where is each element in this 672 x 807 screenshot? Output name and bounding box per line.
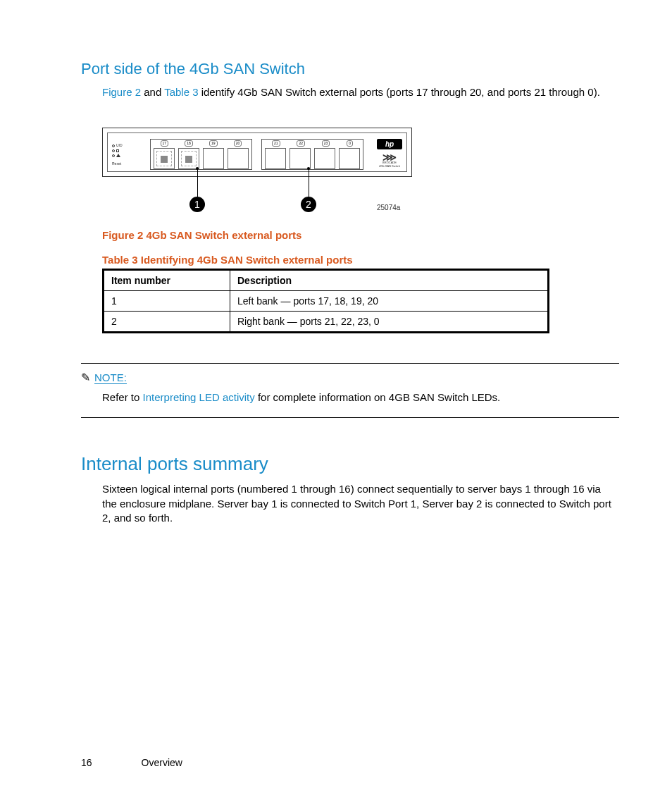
table-3-link[interactable]: Table 3 [164,86,198,98]
port-slot [314,148,335,169]
figure-2-link[interactable]: Figure 2 [102,86,141,98]
figure-id-label: 25074a [377,204,400,211]
port-slot [265,148,286,169]
summary-paragraph: Sixteen logical internal ports (numbered… [102,482,612,525]
port-slot [154,148,175,169]
port-slot [178,148,199,169]
port-slot [203,148,224,169]
port-label-23: 23 [322,140,330,147]
port-slot [290,148,311,169]
section-heading-internal-ports: Internal ports summary [81,453,619,475]
td-desc: Left bank — ports 17, 18, 19, 20 [230,291,549,312]
status-led-block: UID Reset [112,143,140,166]
port-label-22: 22 [297,140,305,147]
intro-paragraph: Figure 2 and Table 3 identify 4Gb SAN Sw… [102,85,612,99]
port-label-0: 0 [347,140,353,147]
port-slot [228,148,249,169]
table-row: 2 Right bank — ports 21, 22, 23, 0 [104,312,549,333]
note-text: Refer to Interpreting LED activity for c… [81,390,619,405]
callout-2-number: 2 [301,197,316,212]
note-label: NOTE: [94,371,127,384]
interpreting-led-link[interactable]: Interpreting LED activity [143,391,255,403]
table-3-caption: Table 3 Identifying 4Gb SAN Switch exter… [102,254,619,266]
port-label-19: 19 [209,140,218,147]
figure-2-diagram: UID Reset 17 18 19 20 [102,128,619,219]
port-label-21: 21 [272,140,280,147]
brocade-label: ⋙ BROCADE 4Gb SAN Switch [377,153,402,168]
table-header-row: Item number Description [104,270,549,291]
th-item-number: Item number [104,270,230,291]
reset-label: Reset [112,161,140,166]
switch-inner: UID Reset 17 18 19 20 [107,133,407,172]
section-heading-port-side: Port side of the 4Gb SAN Switch [81,60,619,78]
td-item: 2 [104,312,230,333]
callout-1-number: 1 [189,197,205,212]
switch-outline: UID Reset 17 18 19 20 [102,128,412,177]
intro-post: identify 4Gb SAN Switch external ports (… [199,86,600,98]
port-label-17: 17 [161,140,169,147]
section-name: Overview [142,757,182,768]
table-row: 1 Left bank — ports 17, 18, 19, 20 [104,291,549,312]
figure-2-caption: Figure 2 4Gb SAN Switch external ports [102,229,619,241]
callout-2-line [309,168,309,197]
port-label-18: 18 [185,140,193,147]
note-block: ✎ NOTE: Refer to Interpreting LED activi… [81,363,619,418]
intro-mid1: and [141,86,164,98]
td-desc: Right bank — ports 21, 22, 23, 0 [230,312,549,333]
port-slot [339,148,360,169]
td-item: 1 [104,291,230,312]
note-icon: ✎ [81,371,90,384]
th-description: Description [230,270,549,291]
external-ports-table: Item number Description 1 Left bank — po… [102,269,549,333]
port-group-left: 17 18 19 20 [150,139,252,170]
hp-logo-icon: hp [377,139,402,149]
port-label-20: 20 [234,140,242,147]
callout-1-line [197,168,198,197]
page-footer: 16 Overview [81,757,619,768]
port-group-right: 21 22 23 0 [261,139,363,170]
page-number: 16 [81,757,92,768]
